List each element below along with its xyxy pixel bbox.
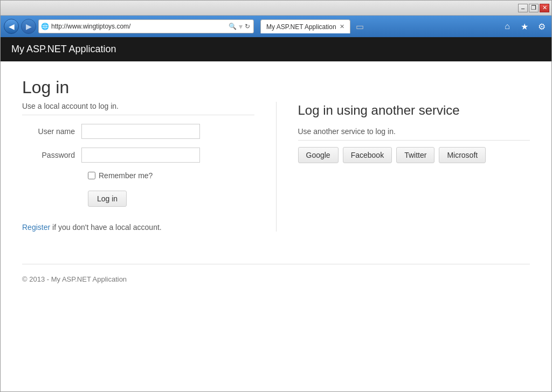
- remember-me-label[interactable]: Remember me?: [99, 171, 153, 180]
- address-bar: 🌐 🔍 ▾ ↻: [38, 19, 254, 33]
- back-button[interactable]: ◀: [4, 19, 19, 34]
- address-icon: 🌐: [41, 23, 49, 30]
- register-link[interactable]: Register: [22, 223, 50, 232]
- new-tab-icon: ▭: [356, 22, 364, 32]
- active-tab[interactable]: My ASP.NET Application ✕: [260, 19, 350, 33]
- microsoft-button[interactable]: Microsoft: [439, 147, 486, 163]
- tab-close-button[interactable]: ✕: [340, 23, 344, 30]
- remember-me-group: Remember me?: [88, 171, 254, 180]
- username-input[interactable]: [81, 124, 200, 139]
- nav-bar: ◀ ▶ 🌐 🔍 ▾ ↻ My ASP.NET Application ✕ ▭ ⌂…: [1, 16, 551, 37]
- tab-bar: My ASP.NET Application ✕ ▭: [260, 19, 369, 33]
- password-label: Password: [22, 151, 81, 159]
- login-button[interactable]: Log in: [88, 191, 127, 207]
- close-button[interactable]: ✕: [540, 4, 549, 12]
- remember-me-checkbox[interactable]: [88, 172, 95, 179]
- browser-window: – ❐ ✕ ◀ ▶ 🌐 🔍 ▾ ↻ My ASP.NET Application…: [0, 0, 552, 392]
- google-button[interactable]: Google: [298, 147, 339, 163]
- right-section: Log in using another service Use another…: [276, 102, 530, 232]
- search-button[interactable]: 🔍: [227, 22, 238, 31]
- register-suffix: if you don't have a local account.: [50, 223, 162, 232]
- app-body: Log in Use a local account to log in. Us…: [1, 61, 551, 391]
- app-header: My ASP.NET Application: [1, 37, 551, 61]
- footer: © 2013 - My ASP.NET Application: [22, 264, 530, 283]
- favorites-button[interactable]: ★: [518, 20, 531, 33]
- register-section: Register if you don't have a local accou…: [22, 223, 254, 232]
- nav-toolbar-right: ⌂ ★ ⚙: [501, 20, 548, 33]
- local-account-subtitle: Use a local account to log in.: [22, 102, 254, 115]
- refresh-button[interactable]: ↻: [244, 22, 251, 31]
- main-content: Use a local account to log in. User name…: [22, 102, 530, 232]
- page-title: Log in: [22, 78, 530, 97]
- service-buttons: Google Facebook Twitter Microsoft: [298, 147, 530, 163]
- external-login-title: Log in using another service: [298, 102, 530, 118]
- facebook-button[interactable]: Facebook: [343, 147, 392, 163]
- footer-text: © 2013 - My ASP.NET Application: [22, 275, 127, 283]
- settings-button[interactable]: ⚙: [535, 20, 548, 33]
- twitter-button[interactable]: Twitter: [396, 147, 434, 163]
- window-controls: – ❐ ✕: [518, 4, 549, 12]
- address-input[interactable]: [51, 23, 225, 30]
- username-group: User name: [22, 124, 254, 139]
- title-bar: – ❐ ✕: [1, 1, 551, 16]
- left-section: Use a local account to log in. User name…: [22, 102, 276, 232]
- username-label: User name: [22, 127, 81, 136]
- restore-button[interactable]: ❐: [529, 4, 539, 12]
- tab-label: My ASP.NET Application: [266, 23, 336, 31]
- minimize-button[interactable]: –: [518, 4, 528, 12]
- app-title: My ASP.NET Application: [11, 44, 116, 54]
- forward-button[interactable]: ▶: [21, 19, 36, 34]
- password-input[interactable]: [81, 148, 200, 163]
- home-button[interactable]: ⌂: [501, 20, 514, 33]
- password-group: Password: [22, 148, 254, 163]
- address-actions: 🔍 ▾ ↻: [227, 22, 251, 31]
- external-login-subtitle: Use another service to log in.: [298, 127, 530, 141]
- new-tab-placeholder[interactable]: ▭: [350, 19, 369, 33]
